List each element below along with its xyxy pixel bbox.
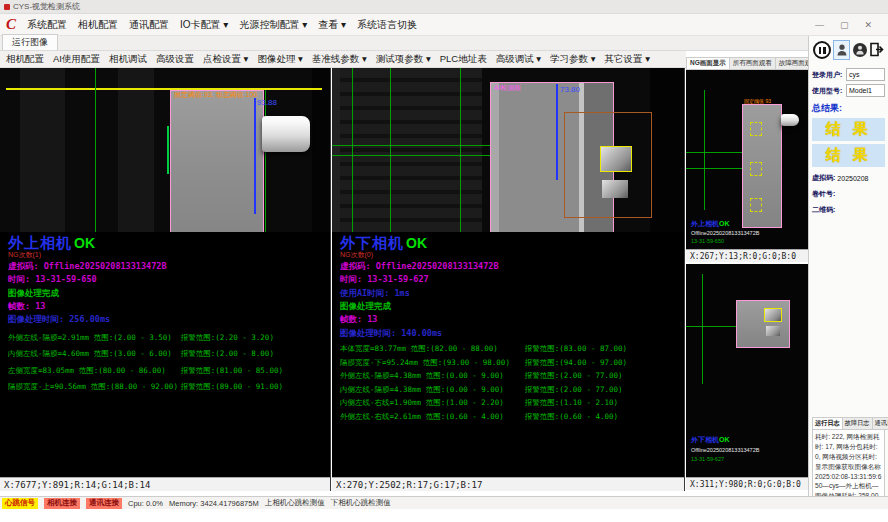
- processing-time-line: 图像处理时间: 140.00ms: [340, 329, 676, 338]
- app-icon: [4, 4, 10, 10]
- total-result-label: 总结果:: [812, 102, 885, 115]
- measurement-row: 隔膜宽度-下=95.24mm 范围:(93.00 - 98.00)报警范围:(9…: [340, 359, 676, 367]
- reference-green-line: [265, 90, 266, 232]
- comm-connection-badge: 通讯连接: [86, 498, 122, 509]
- image-band: [312, 68, 330, 232]
- lower-result-text: 外下相机OK NG次数(0) 虚拟码: Offline2025020813313…: [332, 232, 684, 477]
- log-text[interactable]: 耗时: 222, 网络检测耗时: 17, 网络分包耗时: 0, 网络视频分区耗时…: [812, 430, 885, 503]
- tool-camera-debug[interactable]: 相机调试: [109, 53, 147, 66]
- logout-icon[interactable]: [869, 42, 884, 58]
- image-band: [20, 68, 65, 232]
- feature-yellow-box: [750, 162, 762, 176]
- window-controls: — ▢ ✕: [815, 20, 872, 30]
- ai-region-label: AI检测板: [494, 84, 522, 91]
- ng-count: NG次数(0): [340, 251, 676, 258]
- thumb-camera-title: 外下相机OK: [691, 436, 730, 443]
- status-bar: 心跳信号 相机连接 通讯连接 Cpu: 0.0% Memory: 3424.41…: [0, 496, 888, 509]
- menu-light-control-config[interactable]: 光源控制配置 ▾: [239, 18, 307, 32]
- tool-other-settings[interactable]: 其它设置 ▾: [605, 53, 650, 66]
- reference-green-line: [686, 326, 736, 327]
- tab-run-image[interactable]: 运行图像: [2, 34, 58, 50]
- needle-field: 卷针号:: [812, 189, 885, 199]
- image-band: [332, 68, 340, 232]
- measurement-row: 外侧左线-隔膜=4.38mm 范围:(0.00 - 9.00)报警范围:(2.0…: [340, 372, 676, 380]
- qr-field: 二维码:: [812, 205, 885, 215]
- menu-comm-config[interactable]: 通讯配置: [129, 18, 169, 32]
- tool-learning-params[interactable]: 学习参数 ▾: [550, 53, 595, 66]
- edge-green-segment: [167, 126, 169, 174]
- login-user-field: 登录用户: cys: [812, 68, 885, 81]
- user-account-icon[interactable]: [853, 43, 867, 57]
- tool-advanced-settings[interactable]: 高级设置: [156, 53, 194, 66]
- tool-plc-address-table[interactable]: PLC地址表: [440, 53, 487, 66]
- thumbnail-tabs: NG画面显示 所有画面观看 故障画面观看: [686, 57, 808, 70]
- measurement-row: 左侧宽度=83.05mm 范围:(80.00 - 86.00)报警范围:(81.…: [8, 367, 322, 375]
- time-line: 时间: 13-31-59-627: [340, 275, 676, 284]
- pause-icon[interactable]: [813, 41, 831, 59]
- log-tabs: 运行日志 故障日志 通讯日志: [812, 417, 885, 430]
- measure-value-label: 93.88: [257, 99, 277, 107]
- upper-camera-heartbeat: 上相机心跳检测值: [265, 498, 325, 508]
- tab-comm-log[interactable]: 通讯日志: [873, 417, 888, 430]
- menu-camera-config[interactable]: 相机配置: [78, 18, 118, 32]
- login-user-label: 登录用户:: [812, 70, 846, 80]
- tab-ng-display[interactable]: NG画面显示: [686, 57, 730, 70]
- current-user-icon[interactable]: [833, 40, 850, 60]
- virtual-code-line: 虚拟码: Offline2025020813313472B: [8, 262, 322, 271]
- tool-ai-usage-config[interactable]: AI使用配置: [53, 53, 100, 66]
- ok-status: OK: [406, 235, 427, 251]
- measure-value-label: 73.80: [560, 86, 580, 94]
- virtual-code-label: 虚拟码:: [812, 173, 835, 183]
- ng-count: NG次数(1): [8, 251, 322, 258]
- measurement-row: 内侧左线-右线=1.90mm 范围:(1.00 - 2.20)报警范围:(1.1…: [340, 399, 676, 407]
- tab-all-views[interactable]: 所有画面观看: [730, 57, 776, 70]
- control-icons: [812, 38, 885, 65]
- camera-connection-badge: 相机连接: [44, 498, 80, 509]
- measurement-row: 本体宽度=83.77mm 范围:(82.00 - 88.00)报警范围:(83.…: [340, 345, 676, 353]
- camera-title: 外下相机OK: [340, 235, 676, 250]
- tool-baseline-params[interactable]: 基准线参数 ▾: [312, 53, 367, 66]
- window-title: CYS-视觉检测系统: [13, 1, 80, 12]
- reference-green-line: [352, 68, 353, 232]
- reference-green-line: [95, 68, 96, 232]
- thumbnail-upper-camera[interactable]: 固定阈值:93 外上相机OK Offline2025020813313472B …: [686, 70, 808, 262]
- maximize-icon[interactable]: ▢: [840, 20, 849, 30]
- measure-blue-line: [254, 98, 256, 214]
- thumb-camera-title: 外上相机OK: [691, 220, 730, 227]
- model-field: 使用型号: Model1: [812, 84, 885, 97]
- tool-test-params[interactable]: 测试项参数 ▾: [376, 53, 431, 66]
- reference-green-line: [332, 155, 492, 156]
- reference-green-line: [332, 145, 492, 146]
- tool-spot-check[interactable]: 点检设置 ▾: [203, 53, 248, 66]
- tool-camera-config[interactable]: 相机配置: [6, 53, 44, 66]
- menu-language-switch[interactable]: 系统语言切换: [357, 18, 417, 32]
- bright-feature-yellow-box: [764, 308, 782, 322]
- frame-count-line: 帧数: 13: [340, 315, 676, 324]
- qr-label: 二维码:: [812, 205, 835, 215]
- side-panel: 登录用户: cys 使用型号: Model1 总结果: 结 果 结 果 虚拟码:…: [808, 36, 888, 509]
- reference-green-line: [702, 274, 703, 384]
- tab-run-log[interactable]: 运行日志: [812, 417, 843, 430]
- lower-inspection-image[interactable]: AI检测板 73.80: [332, 68, 684, 232]
- upper-inspection-image[interactable]: 固定阈值:93, 动态阈值:100 93.88: [0, 68, 330, 232]
- image-band: [118, 68, 154, 232]
- menu-view[interactable]: 查看 ▾: [318, 18, 346, 32]
- close-icon[interactable]: ✕: [864, 20, 872, 30]
- menu-system-config[interactable]: 系统配置: [27, 18, 67, 32]
- threshold-label: 固定阈值:93: [744, 99, 771, 104]
- heartbeat-badge: 心跳信号: [2, 498, 38, 509]
- measurement-row: 内侧左线-隔膜=4.38mm 范围:(0.00 - 9.00)报警范围:(2.0…: [340, 386, 676, 394]
- login-user-input[interactable]: cys: [846, 68, 885, 81]
- tool-advanced-debug[interactable]: 高级调试 ▾: [496, 53, 541, 66]
- needle-label: 卷针号:: [812, 189, 835, 199]
- measurement-list: 本体宽度=83.77mm 范围:(82.00 - 88.00)报警范围:(83.…: [340, 345, 676, 420]
- tool-image-processing[interactable]: 图像处理 ▾: [257, 53, 302, 66]
- result-display-upper: 结 果: [812, 118, 885, 141]
- thumb-time-line: 13-31-59-650: [691, 239, 724, 245]
- model-input[interactable]: Model1: [846, 84, 885, 97]
- thumb-code-line: Offline2025020813313472B: [691, 448, 759, 454]
- minimize-icon[interactable]: —: [815, 20, 824, 30]
- thumbnail-lower-camera[interactable]: 外下相机OK Offline2025020813313472B 13-31-59…: [686, 264, 808, 490]
- menu-io-card-config[interactable]: IO卡配置 ▾: [180, 18, 228, 32]
- tab-fault-log[interactable]: 故障日志: [843, 417, 873, 430]
